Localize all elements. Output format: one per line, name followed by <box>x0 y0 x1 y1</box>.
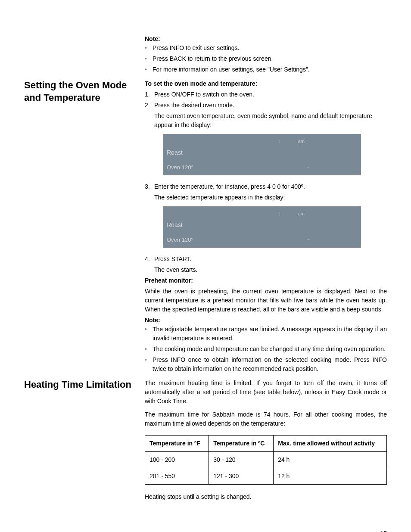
table-cell: 12 h <box>274 468 387 485</box>
step-text: Press ON/OFF to switch on the oven. <box>154 91 254 98</box>
preheat-text: While the oven is preheating, the curren… <box>145 287 387 314</box>
note-item: The cooking mode and temperature can be … <box>153 345 387 354</box>
table-row: 201 - 550 121 - 300 12 h <box>145 468 387 485</box>
display-deg-icon: º <box>308 238 309 243</box>
step-text: Press START. <box>154 255 192 262</box>
table-header-row: Temperature in ºF Temperature in ºC Max.… <box>145 436 387 452</box>
table-header: Temperature in ºC <box>209 436 274 452</box>
table-header: Max. time allowed without activity <box>274 436 387 452</box>
note-item: For more information on user settings, s… <box>153 65 387 74</box>
table-row: 100 - 200 30 - 120 24 h <box>145 452 387 468</box>
table-cell: 30 - 120 <box>209 452 274 468</box>
table-cell: 201 - 550 <box>145 468 209 485</box>
heating-p2: The maximum time for Sabbath mode is 74 … <box>145 410 387 428</box>
step-subtext: The current oven temperature, oven mode … <box>154 112 387 130</box>
preheat-heading: Preheat monitor: <box>145 276 387 285</box>
table-cell: 100 - 200 <box>145 452 209 468</box>
note-item: Press INFO to exit user settings. <box>153 44 387 53</box>
heating-p1: The maximum heating time is limited. If … <box>145 379 387 406</box>
temperature-table: Temperature in ºF Temperature in ºC Max.… <box>145 435 387 485</box>
display-colon-icon: : <box>279 210 281 218</box>
set-mode-steps: 1. Press ON/OFF to switch on the oven. 2… <box>145 90 387 274</box>
table-header: Temperature in ºF <box>145 436 209 452</box>
section-title-heating-limit: Heating Time Limitation <box>24 379 136 391</box>
set-mode-intro: To set the oven mode and temperature: <box>145 79 387 88</box>
page-number: 15 <box>24 529 387 532</box>
note-item: Press BACK to return to the previous scr… <box>153 54 387 63</box>
display-mode: Roast <box>167 148 183 157</box>
note-item: The adjustable temperature ranges are li… <box>153 325 387 343</box>
display-deg-icon: º <box>308 166 309 171</box>
oven-display-1: : am Roast Oven 120° º <box>163 134 361 175</box>
table-cell: 121 - 300 <box>209 468 274 485</box>
note-heading: Note: <box>145 34 387 44</box>
display-colon-icon: : <box>279 138 281 145</box>
step-subtext: The oven starts. <box>154 265 387 274</box>
section-title-oven-mode: Setting the Oven Mode and Temperature <box>24 79 136 104</box>
table-cell: 24 h <box>274 452 387 468</box>
display-mode: Roast <box>167 221 183 230</box>
oven-display-2: : am Roast Oven 120° º <box>163 206 361 248</box>
display-oven-temp: Oven 120° <box>167 163 193 172</box>
display-ampm: am <box>298 210 305 218</box>
note-item: Press INFO once to obtain information on… <box>153 355 387 373</box>
heating-p3: Heating stops until a setting is changed… <box>145 492 387 501</box>
display-ampm: am <box>298 138 305 145</box>
step-text: Enter the temperature, for instance, pre… <box>154 183 305 190</box>
note-list: •Press INFO to exit user settings. •Pres… <box>145 44 387 74</box>
note-heading-2: Note: <box>145 316 387 325</box>
step-text: Press the desired oven mode. <box>154 102 234 109</box>
display-oven-temp: Oven 120° <box>167 236 193 244</box>
note-list-2: •The adjustable temperature ranges are l… <box>145 325 387 373</box>
step-subtext: The selected temperature appears in the … <box>154 193 387 202</box>
